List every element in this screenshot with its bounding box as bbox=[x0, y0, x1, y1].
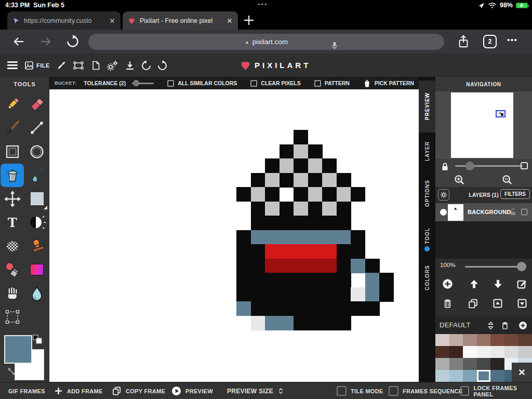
delete-palette-icon[interactable] bbox=[501, 321, 509, 330]
palette-swatch[interactable] bbox=[504, 334, 518, 346]
palette-swatch[interactable] bbox=[490, 334, 504, 346]
minimap-zoom-slider[interactable] bbox=[455, 165, 523, 167]
palette-swatch[interactable] bbox=[449, 346, 463, 358]
file-menu[interactable]: FILE bbox=[36, 62, 50, 69]
palette-swatch[interactable] bbox=[449, 334, 463, 346]
panel-tab-preview[interactable]: PREVIEW bbox=[419, 81, 435, 132]
option-checkbox-clear-pixels[interactable]: CLEAR PIXELS bbox=[250, 80, 300, 87]
tool-move-button[interactable] bbox=[1, 187, 24, 211]
palette-swatch[interactable] bbox=[490, 346, 504, 358]
close-tab-icon[interactable] bbox=[227, 18, 233, 24]
unlock-icon[interactable] bbox=[509, 208, 517, 216]
move-layer-up-icon[interactable] bbox=[469, 278, 480, 289]
reload-button[interactable] bbox=[65, 34, 80, 49]
close-panel-button[interactable] bbox=[512, 363, 532, 382]
zoom-out-icon[interactable] bbox=[502, 175, 512, 185]
primary-color-swatch[interactable] bbox=[4, 335, 32, 364]
minimap-canvas[interactable] bbox=[451, 92, 513, 158]
duplicate-layer-icon[interactable] bbox=[468, 298, 478, 309]
palette-swatch[interactable] bbox=[477, 346, 491, 358]
panel-tab-colors[interactable]: COLORS bbox=[419, 255, 435, 300]
palette-swatch[interactable] bbox=[435, 358, 449, 370]
undo-icon[interactable] bbox=[141, 60, 152, 71]
tool-marquee-button[interactable] bbox=[1, 305, 24, 329]
merge-up-icon[interactable] bbox=[493, 298, 503, 309]
tool-hand-button[interactable] bbox=[1, 282, 24, 305]
checkbox-icon[interactable] bbox=[250, 80, 257, 87]
preview-button[interactable]: PREVIEW bbox=[171, 382, 213, 399]
palette-swatch[interactable] bbox=[435, 346, 449, 358]
slider-knob[interactable] bbox=[133, 80, 139, 86]
palette-swatch[interactable] bbox=[435, 334, 449, 346]
layer-visibility-toggle[interactable] bbox=[440, 209, 447, 216]
file-image-icon[interactable] bbox=[24, 60, 34, 71]
merge-down-icon[interactable] bbox=[517, 298, 527, 309]
layer-select-checkbox[interactable] bbox=[521, 209, 527, 215]
palette-swatch[interactable] bbox=[449, 370, 463, 382]
pick-pattern-button[interactable]: PICK PATTERN bbox=[363, 79, 414, 88]
mic-icon[interactable] bbox=[329, 41, 340, 52]
dropper-icon[interactable] bbox=[56, 60, 66, 71]
palette-swatch[interactable] bbox=[435, 370, 449, 382]
panel-tab-tool[interactable]: TOOL bbox=[419, 217, 435, 255]
redo-icon[interactable] bbox=[157, 60, 168, 71]
download-icon[interactable] bbox=[125, 60, 135, 71]
copy-frame-button[interactable]: COPY FRAME bbox=[112, 382, 165, 399]
browser-tab-pixilart[interactable]: Pixilart - Free online pixel bbox=[123, 11, 238, 30]
add-frame-button[interactable]: ADD FRAME bbox=[54, 382, 103, 399]
checkbox-icon[interactable] bbox=[314, 80, 321, 87]
tool-gradient-button[interactable] bbox=[25, 258, 49, 282]
move-layer-down-icon[interactable] bbox=[493, 278, 503, 289]
layer-row[interactable]: BACKGROUND bbox=[435, 203, 532, 221]
add-color-icon[interactable] bbox=[518, 321, 527, 330]
palette-swatch[interactable] bbox=[477, 334, 491, 346]
lock-icon[interactable] bbox=[441, 162, 449, 171]
back-button[interactable] bbox=[11, 34, 26, 49]
add-layer-icon[interactable] bbox=[442, 278, 453, 289]
menu-icon[interactable] bbox=[7, 61, 18, 71]
checkbox-icon[interactable] bbox=[460, 386, 469, 396]
palette-swatch[interactable] bbox=[518, 346, 532, 358]
tolerance-slider[interactable] bbox=[132, 83, 154, 84]
checkbox-icon[interactable] bbox=[337, 386, 347, 396]
panel-tab-layer[interactable]: LAYER bbox=[419, 132, 435, 170]
palette-swatch[interactable] bbox=[449, 358, 463, 370]
toggle-tile-mode[interactable]: TILE MODE bbox=[337, 382, 383, 399]
tool-text-button[interactable]: T bbox=[1, 211, 24, 235]
swap-colors-icon[interactable] bbox=[32, 334, 43, 344]
palette-swatch[interactable] bbox=[463, 358, 477, 370]
new-tab-button[interactable] bbox=[242, 14, 256, 27]
layer-settings-button[interactable] bbox=[438, 189, 449, 201]
checkbox-icon[interactable] bbox=[167, 80, 174, 87]
palette-swatch[interactable] bbox=[477, 358, 491, 370]
tool-blur-button[interactable] bbox=[25, 282, 49, 305]
resize-arrows-icon[interactable] bbox=[6, 366, 17, 377]
opacity-slider[interactable] bbox=[465, 266, 526, 268]
palette-swatch[interactable] bbox=[504, 346, 518, 358]
transform-icon[interactable] bbox=[73, 60, 84, 71]
tool-eraser-button[interactable] bbox=[25, 92, 49, 116]
palette-swatch[interactable] bbox=[490, 358, 504, 370]
browser-menu-icon[interactable]: ••• bbox=[507, 35, 517, 44]
slider-knob[interactable] bbox=[517, 262, 526, 271]
toggle-lock-frames-panel[interactable]: LOCK FRAMES PANEL bbox=[460, 382, 532, 399]
filters-button[interactable]: FILTERS bbox=[500, 189, 530, 199]
tool-line-button[interactable] bbox=[25, 116, 49, 140]
tool-rectangle-button[interactable] bbox=[1, 140, 24, 164]
tool-ellipse-button[interactable] bbox=[25, 140, 49, 164]
slider-knob[interactable] bbox=[466, 162, 474, 170]
zoom-in-icon[interactable] bbox=[454, 175, 464, 185]
tool-dither-button[interactable] bbox=[1, 234, 24, 258]
tool-pencil-button[interactable] bbox=[1, 92, 24, 116]
preview-size-button[interactable]: PREVIEW SIZE bbox=[227, 382, 284, 399]
option-checkbox-pattern[interactable]: PATTERN bbox=[314, 80, 350, 87]
share-icon[interactable] bbox=[456, 34, 471, 49]
navigation-minimap[interactable] bbox=[435, 91, 532, 159]
palette-swatch[interactable] bbox=[463, 346, 477, 358]
browser-tab-community[interactable]: https://community.custo bbox=[7, 11, 121, 30]
address-bar[interactable]: ▲ pixilart.com bbox=[88, 34, 444, 50]
panel-tab-options[interactable]: OPTIONS bbox=[419, 170, 435, 217]
tool-brush-button[interactable] bbox=[1, 116, 24, 140]
minimap-viewport[interactable] bbox=[496, 110, 506, 117]
gears-icon[interactable] bbox=[107, 60, 118, 71]
